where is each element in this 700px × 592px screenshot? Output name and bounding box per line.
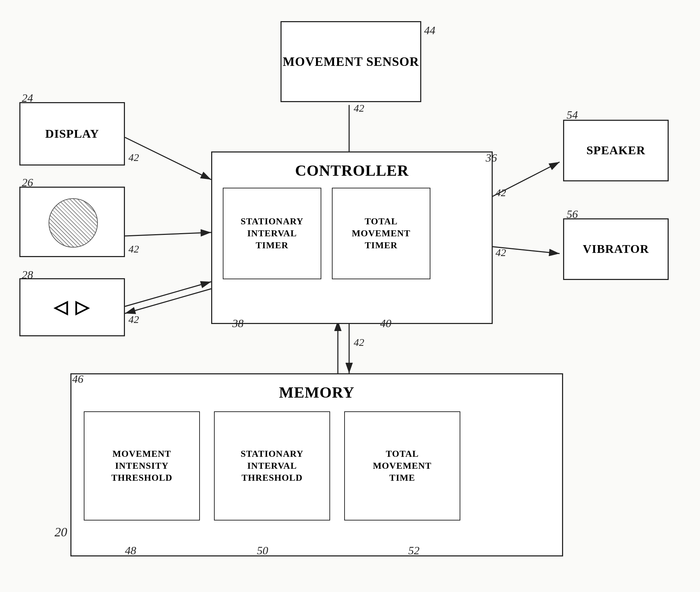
speaker-label: SPEAKER: [586, 143, 645, 158]
conn-42-sensor: 42: [354, 102, 364, 114]
memory-box: MEMORY MOVEMENTINTENSITYTHRESHOLD STATIO…: [70, 373, 563, 556]
trackball-box: [19, 187, 125, 257]
ref-24: 24: [22, 92, 33, 105]
ref-50: 50: [257, 544, 268, 557]
stationary-timer-box: STATIONARYINTERVALTIMER: [223, 188, 321, 279]
conn-42-nav: 42: [128, 313, 139, 325]
svg-line-6: [125, 289, 211, 313]
ref-38: 38: [232, 317, 244, 330]
trackball-icon: [49, 198, 98, 248]
vibrator-box: VIBRATOR: [563, 218, 669, 280]
ref-52: 52: [408, 544, 420, 557]
conn-42-speaker: 42: [496, 187, 506, 199]
diagram-container: MOVEMENT SENSOR 44 DISPLAY 24 26 ◁ ▷ 28 …: [0, 0, 700, 592]
memory-label: MEMORY: [71, 381, 562, 403]
movement-sensor-label: MOVEMENT SENSOR: [283, 54, 419, 70]
svg-line-5: [125, 282, 211, 306]
ref-40: 40: [380, 317, 391, 330]
ref-54: 54: [567, 108, 578, 121]
total-movement-time-box: TOTALMOVEMENTTIME: [344, 411, 460, 521]
controller-box: CONTROLLER STATIONARYINTERVALTIMER TOTAL…: [211, 151, 493, 324]
speaker-box: SPEAKER: [563, 120, 669, 181]
svg-line-4: [125, 232, 211, 236]
stationary-timer-label: STATIONARYINTERVALTIMER: [241, 216, 304, 251]
ref-46: 46: [72, 373, 83, 386]
ref-20: 20: [55, 525, 67, 540]
ref-26: 26: [22, 176, 33, 189]
movement-intensity-box: MOVEMENTINTENSITYTHRESHOLD: [84, 411, 200, 521]
movement-intensity-label: MOVEMENTINTENSITYTHRESHOLD: [111, 448, 172, 484]
ref-36: 36: [486, 151, 497, 164]
conn-42-vibrator: 42: [496, 247, 506, 258]
conn-42-memory: 42: [354, 336, 364, 348]
display-label: DISPLAY: [45, 126, 99, 142]
vibrator-label: VIBRATOR: [583, 241, 649, 257]
ref-44: 44: [424, 24, 435, 37]
ref-48: 48: [125, 544, 136, 557]
display-box: DISPLAY: [19, 102, 125, 166]
stationary-threshold-box: STATIONARYINTERVALTHRESHOLD: [214, 411, 330, 521]
nav-arrows-label: ◁ ▷: [54, 296, 90, 319]
movement-sensor-box: MOVEMENT SENSOR: [280, 21, 421, 102]
total-movement-timer-label: TOTALMOVEMENTTIMER: [352, 216, 411, 251]
ref-56: 56: [567, 208, 578, 221]
nav-buttons-box: ◁ ▷: [19, 278, 125, 336]
conn-42-trackball: 42: [128, 243, 139, 255]
total-movement-timer-box: TOTALMOVEMENTTIMER: [332, 188, 430, 279]
conn-42-display: 42: [128, 151, 139, 163]
controller-label: CONTROLLER: [212, 159, 492, 181]
stationary-threshold-label: STATIONARYINTERVALTHRESHOLD: [241, 448, 304, 484]
ref-28: 28: [22, 268, 33, 281]
total-movement-time-label: TOTALMOVEMENTTIME: [373, 448, 432, 484]
